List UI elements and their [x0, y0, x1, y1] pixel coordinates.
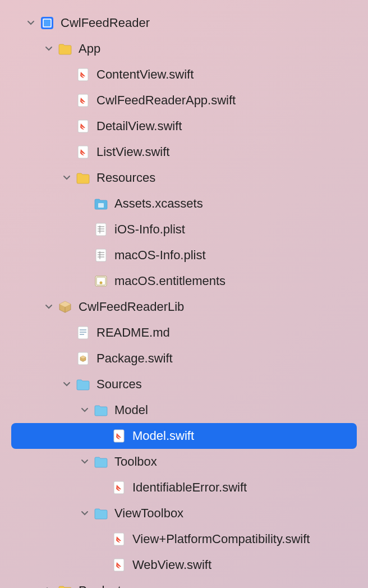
tree-item-label: IdentifiableError.swift [132, 480, 247, 495]
disclosure-spacer [62, 70, 72, 80]
disclosure-spacer [80, 250, 90, 260]
tree-item-label: View+PlatformCompatibility.swift [132, 532, 310, 546]
chevron-down-icon[interactable] [44, 44, 54, 54]
disclosure-spacer [98, 534, 108, 544]
tree-row-model-folder[interactable]: Model [11, 397, 357, 423]
tree-item-label: ListView.swift [96, 145, 169, 159]
tree-item-label: README.md [96, 325, 170, 340]
plist-file-icon [93, 247, 109, 263]
tree-row-products-folder[interactable]: Products [11, 578, 357, 588]
tree-item-label: ContentView.swift [96, 67, 194, 82]
tree-row-readme[interactable]: README.md [11, 320, 357, 346]
disclosure-spacer [62, 147, 72, 157]
disclosure-spacer [98, 483, 108, 493]
tree-row-assets[interactable]: Assets.xcassets [11, 191, 357, 217]
tree-row-webview[interactable]: WebView.swift [11, 552, 357, 578]
tree-item-label: Model [114, 403, 148, 417]
package-swift-icon [75, 351, 91, 366]
tree-item-label: CwlFeedReaderApp.swift [96, 93, 236, 108]
chevron-down-icon[interactable] [62, 379, 72, 389]
swift-file-icon [75, 118, 91, 134]
tree-item-label: Products [79, 584, 127, 588]
tree-row-identifiable-error[interactable]: IdentifiableError.swift [11, 475, 357, 500]
disclosure-spacer [62, 328, 72, 338]
tree-row-app-folder[interactable]: App [11, 36, 357, 62]
tree-item-label: App [79, 42, 100, 56]
tree-row-viewtoolbox-folder[interactable]: ViewToolbox [11, 500, 357, 526]
chevron-right-icon[interactable] [44, 586, 54, 588]
tree-row-appfile[interactable]: CwlFeedReaderApp.swift [11, 88, 357, 113]
tree-item-label: Toolbox [114, 454, 157, 469]
tree-item-label: macOS.entitlements [114, 274, 226, 288]
disclosure-spacer [98, 560, 108, 570]
tree-row-model-swift[interactable]: Model.swift [11, 423, 357, 449]
tree-item-label: ViewToolbox [114, 506, 183, 521]
tree-row-resources-folder[interactable]: Resources [11, 165, 357, 191]
swift-file-icon [111, 428, 127, 444]
tree-row-view-compat[interactable]: View+PlatformCompatibility.swift [11, 526, 357, 552]
tree-item-label: DetailView.swift [96, 119, 182, 134]
chevron-down-icon[interactable] [80, 405, 90, 415]
chevron-down-icon[interactable] [44, 302, 54, 312]
folder-icon [93, 454, 109, 470]
folder-icon [75, 376, 91, 392]
disclosure-spacer [80, 276, 90, 286]
tree-item-label: macOS-Info.plist [114, 248, 206, 263]
folder-icon [93, 402, 109, 418]
tree-row-listview[interactable]: ListView.swift [11, 139, 357, 165]
tree-row-toolbox-folder[interactable]: Toolbox [11, 449, 357, 475]
swift-file-icon [111, 531, 127, 547]
tree-row-macos-info[interactable]: macOS-Info.plist [11, 242, 357, 268]
swift-file-icon [75, 67, 91, 82]
tree-item-label: Package.swift [96, 351, 173, 366]
disclosure-spacer [80, 224, 90, 235]
tree-row-project[interactable]: CwlFeedReader [11, 10, 357, 36]
folder-icon [57, 583, 73, 588]
chevron-down-icon[interactable] [80, 508, 90, 518]
disclosure-spacer [62, 121, 72, 131]
swift-file-icon [75, 144, 91, 160]
tree-row-detailview[interactable]: DetailView.swift [11, 113, 357, 139]
swift-file-icon [111, 480, 127, 495]
swift-file-icon [75, 93, 91, 108]
disclosure-spacer [98, 431, 108, 441]
tree-item-label: Model.swift [132, 429, 194, 443]
tree-item-label: CwlFeedReader [61, 16, 150, 30]
tree-row-sources-folder[interactable]: Sources [11, 371, 357, 397]
entitlements-file-icon [93, 273, 109, 289]
tree-item-label: iOS-Info.plist [114, 222, 185, 237]
tree-row-ios-info[interactable]: iOS-Info.plist [11, 217, 357, 242]
tree-item-label: WebView.swift [132, 558, 211, 572]
folder-icon [57, 41, 73, 57]
swift-file-icon [111, 557, 127, 573]
text-file-icon [75, 325, 91, 341]
asset-catalog-icon [93, 196, 109, 212]
disclosure-spacer [62, 353, 72, 364]
chevron-down-icon[interactable] [26, 18, 36, 28]
tree-item-label: Resources [96, 171, 155, 185]
tree-row-lib-package[interactable]: CwlFeedReaderLib [11, 294, 357, 320]
disclosure-spacer [80, 199, 90, 209]
tree-row-package-swift[interactable]: Package.swift [11, 346, 357, 371]
swift-package-icon [57, 299, 73, 315]
folder-icon [75, 170, 91, 186]
project-navigator[interactable]: CwlFeedReaderAppContentView.swiftCwlFeed… [0, 10, 368, 588]
tree-row-contentview[interactable]: ContentView.swift [11, 62, 357, 88]
tree-item-label: Sources [96, 377, 142, 392]
plist-file-icon [93, 222, 109, 237]
chevron-down-icon[interactable] [80, 457, 90, 467]
chevron-down-icon[interactable] [62, 173, 72, 183]
tree-row-entitlements[interactable]: macOS.entitlements [11, 268, 357, 294]
tree-item-label: Assets.xcassets [114, 196, 203, 211]
disclosure-spacer [62, 95, 72, 105]
xcode-project-icon [39, 15, 55, 31]
folder-icon [93, 506, 109, 521]
tree-item-label: CwlFeedReaderLib [79, 300, 184, 314]
